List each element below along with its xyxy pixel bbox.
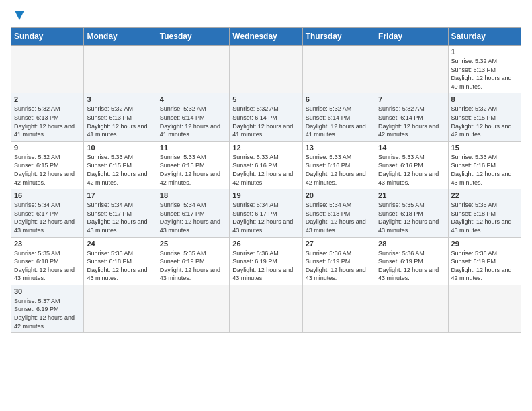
day-info: Sunrise: 5:34 AM Sunset: 6:17 PM Dayligh… xyxy=(14,201,81,234)
day-info: Sunrise: 5:32 AM Sunset: 6:15 PM Dayligh… xyxy=(14,153,81,187)
day-number: 24 xyxy=(87,240,153,248)
calendar-day-cell: 17Sunrise: 5:34 AM Sunset: 6:17 PM Dayli… xyxy=(84,189,157,237)
calendar-week-row: 2Sunrise: 5:32 AM Sunset: 6:13 PM Daylig… xyxy=(11,93,521,141)
calendar-day-cell xyxy=(302,46,375,93)
day-number: 7 xyxy=(378,95,445,103)
day-number: 15 xyxy=(451,144,518,152)
day-number: 26 xyxy=(232,240,299,248)
calendar-day-cell: 14Sunrise: 5:33 AM Sunset: 6:16 PM Dayli… xyxy=(375,141,448,189)
svg-marker-0 xyxy=(15,11,24,20)
day-info: Sunrise: 5:33 AM Sunset: 6:15 PM Dayligh… xyxy=(160,153,226,187)
calendar-day-cell: 29Sunrise: 5:36 AM Sunset: 6:19 PM Dayli… xyxy=(448,237,521,285)
day-info: Sunrise: 5:35 AM Sunset: 6:18 PM Dayligh… xyxy=(451,201,518,234)
day-info: Sunrise: 5:36 AM Sunset: 6:19 PM Dayligh… xyxy=(378,249,445,283)
calendar-week-row: 9Sunrise: 5:32 AM Sunset: 6:15 PM Daylig… xyxy=(11,141,521,189)
calendar-day-cell xyxy=(375,46,448,93)
calendar-day-cell: 18Sunrise: 5:34 AM Sunset: 6:17 PM Dayli… xyxy=(157,189,229,237)
weekday-header-monday: Monday xyxy=(84,28,157,46)
logo xyxy=(11,11,27,23)
day-info: Sunrise: 5:36 AM Sunset: 6:19 PM Dayligh… xyxy=(306,249,372,283)
calendar-day-cell: 7Sunrise: 5:32 AM Sunset: 6:14 PM Daylig… xyxy=(375,93,448,141)
day-number: 25 xyxy=(160,240,226,248)
calendar-day-cell: 8Sunrise: 5:32 AM Sunset: 6:15 PM Daylig… xyxy=(448,93,521,141)
calendar-day-cell xyxy=(302,285,375,332)
day-number: 1 xyxy=(451,48,518,56)
day-number: 11 xyxy=(160,144,226,152)
calendar-day-cell: 6Sunrise: 5:32 AM Sunset: 6:14 PM Daylig… xyxy=(302,93,375,141)
logo-triangle-icon xyxy=(12,8,27,23)
day-info: Sunrise: 5:36 AM Sunset: 6:19 PM Dayligh… xyxy=(451,249,518,283)
calendar-day-cell: 30Sunrise: 5:37 AM Sunset: 6:19 PM Dayli… xyxy=(11,285,84,332)
calendar-day-cell: 11Sunrise: 5:33 AM Sunset: 6:15 PM Dayli… xyxy=(157,141,229,189)
calendar-day-cell: 27Sunrise: 5:36 AM Sunset: 6:19 PM Dayli… xyxy=(302,237,375,285)
day-number: 5 xyxy=(232,95,299,103)
weekday-header-thursday: Thursday xyxy=(302,28,375,46)
day-number: 3 xyxy=(87,95,153,103)
day-info: Sunrise: 5:35 AM Sunset: 6:18 PM Dayligh… xyxy=(87,249,153,283)
day-number: 2 xyxy=(14,95,81,103)
day-number: 30 xyxy=(14,287,81,295)
calendar-day-cell xyxy=(157,46,229,93)
weekday-header-row: SundayMondayTuesdayWednesdayThursdayFrid… xyxy=(11,28,521,46)
calendar-table: SundayMondayTuesdayWednesdayThursdayFrid… xyxy=(11,27,521,333)
day-info: Sunrise: 5:32 AM Sunset: 6:14 PM Dayligh… xyxy=(160,105,226,138)
calendar-day-cell: 9Sunrise: 5:32 AM Sunset: 6:15 PM Daylig… xyxy=(11,141,84,189)
calendar-day-cell: 19Sunrise: 5:34 AM Sunset: 6:17 PM Dayli… xyxy=(230,189,302,237)
calendar-day-cell: 22Sunrise: 5:35 AM Sunset: 6:18 PM Dayli… xyxy=(448,189,521,237)
calendar-day-cell: 24Sunrise: 5:35 AM Sunset: 6:18 PM Dayli… xyxy=(84,237,157,285)
calendar-day-cell: 25Sunrise: 5:35 AM Sunset: 6:19 PM Dayli… xyxy=(157,237,229,285)
day-number: 13 xyxy=(306,144,372,152)
day-number: 14 xyxy=(378,144,445,152)
calendar-day-cell: 10Sunrise: 5:33 AM Sunset: 6:15 PM Dayli… xyxy=(84,141,157,189)
calendar-day-cell: 12Sunrise: 5:33 AM Sunset: 6:16 PM Dayli… xyxy=(230,141,302,189)
day-number: 23 xyxy=(14,240,81,248)
calendar-day-cell: 5Sunrise: 5:32 AM Sunset: 6:14 PM Daylig… xyxy=(230,93,302,141)
calendar-day-cell xyxy=(375,285,448,332)
day-info: Sunrise: 5:33 AM Sunset: 6:15 PM Dayligh… xyxy=(87,153,153,187)
calendar-day-cell: 2Sunrise: 5:32 AM Sunset: 6:13 PM Daylig… xyxy=(11,93,84,141)
day-info: Sunrise: 5:34 AM Sunset: 6:18 PM Dayligh… xyxy=(306,201,372,234)
weekday-header-saturday: Saturday xyxy=(448,28,521,46)
weekday-header-tuesday: Tuesday xyxy=(157,28,229,46)
day-number: 22 xyxy=(451,191,518,199)
day-number: 4 xyxy=(160,95,226,103)
calendar-week-row: 1Sunrise: 5:32 AM Sunset: 6:13 PM Daylig… xyxy=(11,46,521,93)
calendar-day-cell: 23Sunrise: 5:35 AM Sunset: 6:18 PM Dayli… xyxy=(11,237,84,285)
calendar-day-cell: 3Sunrise: 5:32 AM Sunset: 6:13 PM Daylig… xyxy=(84,93,157,141)
day-number: 16 xyxy=(14,191,81,199)
calendar-day-cell: 15Sunrise: 5:33 AM Sunset: 6:16 PM Dayli… xyxy=(448,141,521,189)
calendar-day-cell: 20Sunrise: 5:34 AM Sunset: 6:18 PM Dayli… xyxy=(302,189,375,237)
header xyxy=(11,11,521,23)
day-number: 10 xyxy=(87,144,153,152)
day-number: 27 xyxy=(306,240,372,248)
calendar-day-cell: 1Sunrise: 5:32 AM Sunset: 6:13 PM Daylig… xyxy=(448,46,521,93)
calendar-week-row: 16Sunrise: 5:34 AM Sunset: 6:17 PM Dayli… xyxy=(11,189,521,237)
day-info: Sunrise: 5:32 AM Sunset: 6:15 PM Dayligh… xyxy=(451,105,518,138)
day-number: 21 xyxy=(378,191,445,199)
day-info: Sunrise: 5:34 AM Sunset: 6:17 PM Dayligh… xyxy=(87,201,153,234)
calendar-day-cell: 21Sunrise: 5:35 AM Sunset: 6:18 PM Dayli… xyxy=(375,189,448,237)
day-info: Sunrise: 5:33 AM Sunset: 6:16 PM Dayligh… xyxy=(451,153,518,187)
calendar-day-cell xyxy=(84,46,157,93)
day-number: 8 xyxy=(451,95,518,103)
calendar-day-cell xyxy=(230,285,302,332)
day-info: Sunrise: 5:32 AM Sunset: 6:14 PM Dayligh… xyxy=(378,105,445,138)
day-info: Sunrise: 5:34 AM Sunset: 6:17 PM Dayligh… xyxy=(160,201,226,234)
day-info: Sunrise: 5:34 AM Sunset: 6:17 PM Dayligh… xyxy=(232,201,299,234)
day-info: Sunrise: 5:35 AM Sunset: 6:19 PM Dayligh… xyxy=(160,249,226,283)
day-number: 20 xyxy=(306,191,372,199)
day-info: Sunrise: 5:35 AM Sunset: 6:18 PM Dayligh… xyxy=(378,201,445,234)
calendar-day-cell xyxy=(448,285,521,332)
day-info: Sunrise: 5:33 AM Sunset: 6:16 PM Dayligh… xyxy=(306,153,372,187)
day-info: Sunrise: 5:35 AM Sunset: 6:18 PM Dayligh… xyxy=(14,249,81,283)
day-info: Sunrise: 5:37 AM Sunset: 6:19 PM Dayligh… xyxy=(14,297,81,330)
calendar-day-cell: 28Sunrise: 5:36 AM Sunset: 6:19 PM Dayli… xyxy=(375,237,448,285)
calendar-day-cell xyxy=(230,46,302,93)
day-number: 9 xyxy=(14,144,81,152)
calendar-week-row: 30Sunrise: 5:37 AM Sunset: 6:19 PM Dayli… xyxy=(11,285,521,332)
day-number: 6 xyxy=(306,95,372,103)
day-info: Sunrise: 5:32 AM Sunset: 6:13 PM Dayligh… xyxy=(451,57,518,91)
day-number: 12 xyxy=(232,144,299,152)
day-info: Sunrise: 5:33 AM Sunset: 6:16 PM Dayligh… xyxy=(378,153,445,187)
calendar-day-cell xyxy=(11,46,84,93)
